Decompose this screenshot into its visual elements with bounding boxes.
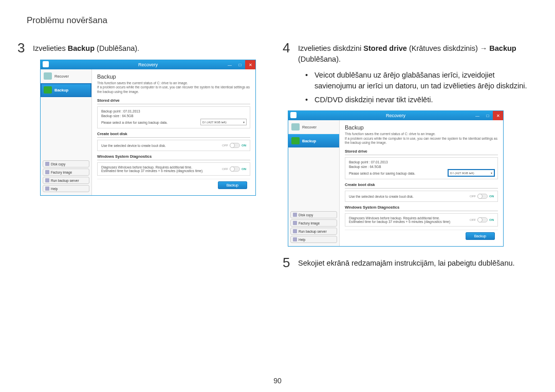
create-boot-disk-panel-r: Use the selected device to create boot d… (345, 191, 498, 202)
create-boot-disk-heading: Create boot disk (97, 132, 250, 138)
disk-icon (45, 162, 49, 166)
factory-image-button[interactable]: Factory image (290, 219, 337, 227)
bullet-dot: • (305, 70, 309, 91)
help-button[interactable]: Help (290, 236, 337, 243)
content-desc-r: This function saves the current status o… (345, 132, 498, 145)
content-area: Backup This function saves the current s… (92, 69, 255, 195)
stored-drive-panel: Backup point : 07.01.2013 Backup size : … (97, 106, 250, 128)
factory-image-label: Factory image (51, 171, 72, 174)
step-3-number: 3 (17, 41, 27, 54)
backup-button-r[interactable]: Backup (466, 232, 495, 240)
app-icon (43, 61, 49, 67)
toggle-on-label-2: ON (489, 218, 494, 221)
disk-copy-button[interactable]: Disk copy (290, 211, 337, 218)
chevron-down-icon: ▾ (243, 120, 245, 124)
step3-post: (Dublēšana). (95, 44, 139, 52)
page-title: Problēmu novēršana (27, 15, 107, 26)
sidebar-item-recover[interactable]: Recover (41, 69, 91, 83)
drive-value: D:\ (427.9GB left) (202, 121, 227, 124)
sidebar-item-backup[interactable]: Backup (41, 83, 91, 97)
toggle-on-label: ON (489, 195, 494, 198)
run-backup-server-button[interactable]: Run backup server (290, 228, 337, 235)
toggle-off-label: OFF (222, 144, 228, 147)
bullet-1: Veicot dublēšanu uz ārējo glabāšanas ier… (314, 70, 534, 91)
backup-label-r: Backup (302, 139, 316, 143)
drive-value-r: D:\ (427.9GB left) (450, 172, 474, 175)
help-label-r: Help (299, 238, 305, 241)
backup-size: Backup size : 64.5GB (101, 114, 246, 118)
step4-post: (Dublēšana). (298, 55, 341, 63)
drive-select-highlighted[interactable]: D:\ (427.9GB left) ▾ (448, 170, 494, 176)
backup-icon (44, 86, 52, 94)
step4-mid: (Krātuves diskdzinis) → (407, 44, 489, 52)
step-5-number: 5 (283, 256, 292, 269)
sidebar-buttons: Disk copy Factory image Run backup serve… (288, 210, 339, 246)
server-icon (45, 178, 49, 182)
right-column: 4 Izvelieties diskdzini Stored drive (Kr… (283, 41, 534, 274)
titlebar[interactable]: Recovery — □ ✕ (288, 111, 503, 120)
drive-select[interactable]: D:\ (427.9GB left) ▾ (200, 119, 247, 125)
step-3-text: Izvelieties Backup (Dublēšana). (33, 41, 139, 54)
content-desc: This function saves the current status o… (97, 81, 250, 94)
content-desc-2r: If a problem occurs while the computer i… (345, 137, 497, 144)
diagnostics-toggle[interactable]: OFF ON (470, 217, 494, 222)
toggle-pill (230, 143, 240, 148)
diag-msg1: Diagnoses Windows before backup. Require… (101, 165, 202, 169)
diagnostics-panel: Diagnoses Windows before backup. Require… (97, 162, 250, 176)
minimize-button[interactable]: — (225, 60, 235, 69)
footer-bar-r: Backup (345, 230, 498, 242)
stored-drive-heading: Stored drive (97, 98, 250, 104)
recover-icon (44, 72, 52, 80)
create-boot-disk-heading-r: Create boot disk (345, 182, 498, 189)
help-button[interactable]: Help (43, 185, 89, 192)
content-title-r: Backup (345, 124, 498, 130)
step-4-number: 4 (283, 41, 292, 54)
boot-msg-r: Use the selected device to create boot d… (349, 195, 414, 198)
boot-disk-toggle[interactable]: OFF ON (470, 194, 494, 199)
maximize-button[interactable]: □ (235, 60, 245, 69)
diagnostics-toggle[interactable]: OFF ON (222, 166, 246, 172)
diagnostics-panel-r: Diagnoses Windows before backup. Require… (345, 213, 498, 227)
window-title: Recovery (138, 62, 158, 67)
step4-bold2: Backup (489, 44, 516, 52)
sidebar-buttons: Disk copy Factory image Run backup serve… (41, 159, 91, 195)
toggle-on-label-2: ON (242, 167, 246, 171)
recover-icon (291, 123, 300, 130)
backup-point: Backup point : 07.01.2013 (101, 109, 246, 113)
run-backup-server-button[interactable]: Run backup server (43, 177, 89, 184)
window-controls: — □ ✕ (225, 60, 255, 69)
help-label: Help (51, 187, 58, 191)
step-4-bullets: •Veicot dublēšanu uz ārējo glabāšanas ie… (305, 70, 534, 105)
close-button[interactable]: ✕ (245, 60, 255, 69)
diag-msg2: Estimated time for backup 37 minutes + 6… (101, 169, 202, 173)
footer-bar: Backup (97, 179, 250, 191)
step-5: 5 Sekojiet ekrānā redzamajām instrukcijā… (283, 256, 534, 269)
boot-disk-toggle[interactable]: OFF ON (222, 143, 246, 148)
backup-button[interactable]: Backup (218, 181, 247, 189)
step-5-text: Sekojiet ekrānā redzamajām instrukcijām,… (298, 256, 515, 269)
factory-image-label-r: Factory image (299, 221, 320, 225)
toggle-pill-2 (230, 166, 240, 172)
stored-drive-heading-r: Stored drive (345, 149, 498, 155)
maximize-button[interactable]: □ (483, 111, 493, 120)
diagnostics-heading-r: Windows System Diagnostics (345, 205, 498, 211)
recover-label: Recover (54, 74, 69, 79)
factory-image-button[interactable]: Factory image (43, 169, 89, 176)
recovery-app-left: Recovery — □ ✕ Recover Backup (40, 60, 256, 196)
backup-icon (291, 137, 300, 144)
sidebar-item-backup[interactable]: Backup (288, 134, 339, 148)
titlebar[interactable]: Recovery — □ ✕ (41, 60, 255, 69)
create-boot-disk-panel: Use the selected device to create boot d… (97, 140, 250, 151)
disk-copy-label: Disk copy (51, 162, 65, 166)
sidebar-item-recover[interactable]: Recover (288, 120, 339, 134)
content-area: Backup This function saves the current s… (340, 120, 503, 246)
backup-size-r: Backup size : 64.5GB (349, 165, 494, 169)
disk-copy-button[interactable]: Disk copy (43, 160, 89, 167)
close-button[interactable]: ✕ (493, 111, 503, 120)
minimize-button[interactable]: — (472, 111, 483, 120)
toggle-off-label-2: OFF (470, 218, 476, 221)
content-desc-1r: This function saves the current status o… (345, 132, 436, 136)
step-4: 4 Izvelieties diskdzini Stored drive (Kr… (283, 41, 534, 65)
backup-point-r: Backup point : 07.01.2013 (349, 160, 494, 164)
step-3: 3 Izvelieties Backup (Dublēšana). (17, 41, 269, 54)
